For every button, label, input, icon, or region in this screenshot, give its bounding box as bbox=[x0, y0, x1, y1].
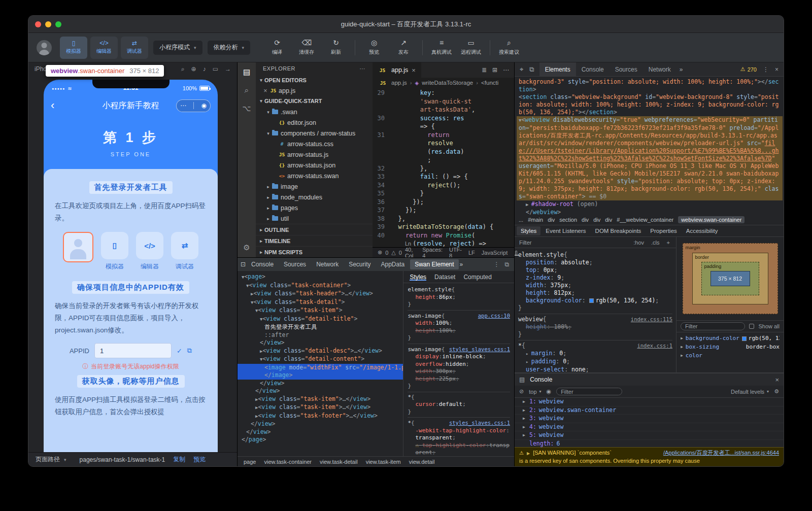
status-item[interactable]: UTF-8 bbox=[449, 247, 462, 259]
console-entry[interactable]: ▶4: webview bbox=[515, 423, 784, 432]
sound-icon[interactable]: ♪ bbox=[203, 65, 206, 73]
computed-property[interactable]: ▶background-colorrgb(50, 136, 254) bbox=[681, 334, 780, 343]
element-node[interactable]: </webview> bbox=[517, 209, 783, 215]
live-expression-icon[interactable]: ◉ bbox=[547, 388, 552, 395]
breadcrumb-item[interactable]: writeDataToStorage bbox=[422, 80, 473, 86]
action-刷新[interactable]: ↻刷新 bbox=[321, 39, 351, 56]
phone-screen[interactable]: ●●●●● ≋ 11:31 100% ‹ 小程序新手教程 ⋯ bbox=[44, 80, 218, 452]
dom-node[interactable]: 首先登录开发者工具 bbox=[238, 323, 403, 331]
breadcrumb-item[interactable]: app.js bbox=[391, 80, 407, 86]
status-item[interactable]: Spaces: 4 bbox=[422, 247, 443, 259]
swan-tab-Security[interactable]: Security bbox=[344, 259, 375, 269]
tree-item-arrow-status.js[interactable]: JSarrow-status.js bbox=[256, 149, 373, 160]
element-node[interactable]: ▶ #shadow-root (open) bbox=[517, 200, 783, 209]
dom-breadcrumb-item[interactable]: page bbox=[244, 459, 256, 465]
dom-node[interactable]: </view> bbox=[238, 428, 403, 436]
dom-node[interactable]: ▶<view class="task-header">…</view> bbox=[238, 290, 403, 298]
new-rule-button[interactable]: + bbox=[665, 240, 671, 246]
element-breadcrumb-item[interactable]: webview.swan-container bbox=[678, 216, 745, 223]
console-entry[interactable]: ▶1: webview bbox=[515, 398, 784, 406]
settings-gear-icon[interactable]: ⚙ bbox=[243, 243, 250, 252]
search-icon[interactable]: ⌕ bbox=[181, 65, 185, 73]
context-selector[interactable]: top ▾ bbox=[529, 389, 541, 395]
elements-tree[interactable]: background-3" style="position: absolute;… bbox=[515, 77, 784, 215]
dom-node[interactable]: ▼<view class="task-container"> bbox=[238, 282, 403, 290]
class-button[interactable]: .cls bbox=[650, 240, 661, 246]
swan-tab-Sources[interactable]: Sources bbox=[279, 259, 311, 269]
kebab-menu-icon[interactable]: ⋮ bbox=[763, 66, 769, 73]
tree-item-components / arrow-status[interactable]: ▾components / arrow-status bbox=[256, 128, 373, 139]
action-发布[interactable]: ↗发布 bbox=[389, 39, 418, 56]
dom-breadcrumb-item[interactable]: view.task-container bbox=[264, 459, 312, 465]
element-node[interactable]: ▼<webview disablewebsecurity="true" webp… bbox=[517, 116, 783, 200]
stylesheet-link[interactable]: styles_slaves.css:1 bbox=[445, 419, 510, 427]
console-log-area[interactable]: ▶1: webview▶2: webview.swan-container▶3:… bbox=[515, 398, 784, 447]
element-breadcrumb-item[interactable]: div bbox=[548, 217, 555, 223]
dom-breadcrumb-item[interactable]: view.detail bbox=[409, 459, 435, 465]
action-远程调试[interactable]: ▭远程调试 bbox=[456, 39, 486, 56]
inspect-element-icon[interactable]: ⊡ bbox=[241, 261, 246, 268]
stylesheet-link[interactable]: index.css:115 bbox=[627, 316, 672, 323]
tree-item-pages[interactable]: ▸pages bbox=[256, 202, 373, 213]
hover-state-button[interactable]: :hov bbox=[632, 240, 646, 246]
box-model-border[interactable]: border padding 375 × 812 bbox=[692, 253, 768, 304]
dom-node[interactable]: ▶<view class="detail-desc">…</view> bbox=[238, 347, 403, 356]
box-model-padding[interactable]: padding 375 × 812 bbox=[701, 262, 759, 295]
tree-item-.swan[interactable]: ▾.swan bbox=[256, 107, 373, 117]
box-model-margin[interactable]: margin border padding 375 × 812 bbox=[683, 243, 778, 314]
breadcrumb-item[interactable]: <functi bbox=[481, 80, 498, 86]
sidebar-tab-DOM Breakpoints[interactable]: DOM Breakpoints bbox=[591, 226, 646, 235]
mini-program-mode-dropdown[interactable]: 小程序模式 ▾ bbox=[153, 41, 202, 55]
console-entry[interactable]: ▶5: webview bbox=[515, 431, 784, 440]
tree-item-arrow-status.swan[interactable]: <>arrow-status.swan bbox=[256, 171, 373, 181]
status-item[interactable]: JavaScript bbox=[482, 250, 507, 256]
dom-breadcrumb-item[interactable]: view.task-detail bbox=[320, 459, 358, 465]
dom-node[interactable]: </image> bbox=[238, 371, 403, 380]
tree-item-editor.json[interactable]: {}editor.json bbox=[256, 117, 373, 128]
errors-icon[interactable]: ⊗ bbox=[378, 249, 382, 256]
box-model-content[interactable]: 375 × 812 bbox=[710, 271, 750, 286]
element-node[interactable]: background-3" style="position: absolute;… bbox=[517, 78, 783, 93]
capsule-menu[interactable]: ⋯ ◉ bbox=[176, 99, 211, 112]
dom-node[interactable]: </view> bbox=[238, 339, 403, 347]
devtools-tab-Sources[interactable]: Sources bbox=[610, 62, 643, 76]
dom-node[interactable]: </view> bbox=[238, 420, 403, 428]
computed-filter-input[interactable]: Filter bbox=[681, 322, 745, 330]
dom-node[interactable]: ▼<view class="detail-title"> bbox=[238, 315, 403, 324]
action-清缓存[interactable]: ⌫清缓存 bbox=[292, 39, 321, 56]
swan-tab-Network[interactable]: Network bbox=[312, 259, 343, 269]
element-breadcrumb-item[interactable]: div bbox=[605, 217, 612, 223]
sidebar-tab-Properties[interactable]: Properties bbox=[646, 226, 681, 235]
close-devtools-icon[interactable]: × bbox=[775, 66, 779, 73]
warnings-icon[interactable]: △ bbox=[391, 249, 395, 256]
element-breadcrumb-item[interactable]: ... bbox=[519, 217, 523, 223]
project-section[interactable]: ▾GUIDE-QUICK-START bbox=[256, 96, 373, 107]
expand-arrow-icon[interactable]: ▶ bbox=[527, 450, 530, 457]
element-breadcrumb-item[interactable]: #__webview_container bbox=[617, 217, 673, 223]
tool-item-调试器[interactable]: ⇄调试器 bbox=[171, 232, 198, 271]
swan-tab-AppData[interactable]: AppData bbox=[377, 259, 410, 269]
computed-property[interactable]: ▶box-sizingborder-box bbox=[681, 343, 780, 351]
dom-node[interactable]: ▼<view class="task-item"> bbox=[238, 306, 403, 315]
sidebar-tab-Event Listeners[interactable]: Event Listeners bbox=[542, 226, 590, 235]
kebab-menu-icon[interactable]: ⋮ bbox=[493, 261, 499, 268]
device-toolbar-icon[interactable]: ⧉ bbox=[529, 65, 534, 74]
style-tab-Computed[interactable]: Computed bbox=[463, 274, 491, 281]
console-filter-input[interactable]: Filter bbox=[556, 388, 622, 395]
element-breadcrumb-item[interactable]: section bbox=[559, 217, 577, 223]
tutorial-image-selected[interactable] bbox=[63, 232, 93, 262]
source-control-icon[interactable]: ⌥ bbox=[242, 104, 251, 113]
swan-tab-Swan Element[interactable]: Swan Element bbox=[410, 259, 458, 269]
log-levels-dropdown[interactable]: Default levels ▾ bbox=[731, 389, 769, 395]
dom-node[interactable]: ▼<view class="detail-content"> bbox=[238, 355, 403, 364]
computed-property[interactable]: ▶color bbox=[681, 351, 780, 360]
more-icon[interactable]: ⋯ bbox=[180, 102, 186, 109]
copy-icon[interactable]: ⧉ bbox=[187, 347, 192, 355]
element-breadcrumb-item[interactable]: div bbox=[582, 217, 589, 223]
more-tabs-icon[interactable]: » bbox=[460, 261, 463, 268]
open-changes-icon[interactable]: ≣ bbox=[482, 66, 487, 74]
devtools-tab-Elements[interactable]: Elements bbox=[539, 62, 576, 76]
home-icon[interactable]: ◉ bbox=[201, 102, 206, 109]
dom-node[interactable]: </view> bbox=[238, 380, 403, 388]
panel-OUTLINE[interactable]: ▸OUTLINE bbox=[256, 224, 373, 235]
